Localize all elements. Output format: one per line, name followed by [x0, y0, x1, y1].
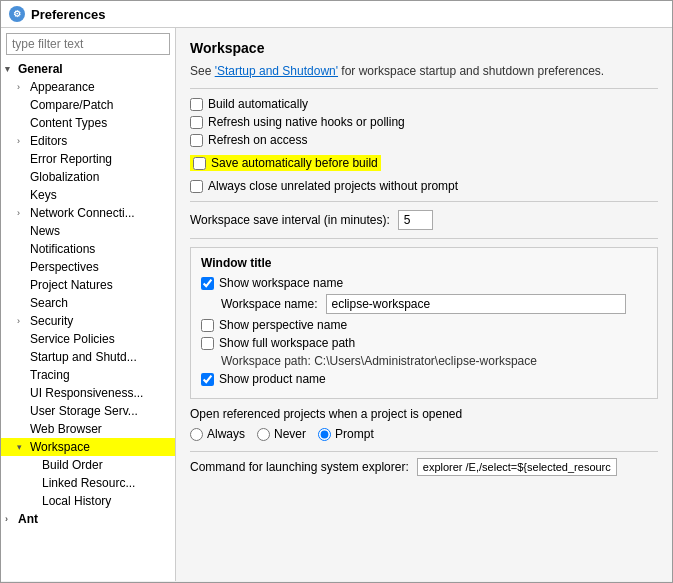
workspace-path-value: C:\Users\Administrator\eclipse-workspace	[314, 354, 537, 368]
command-input[interactable]	[417, 458, 617, 476]
show-workspace-name-row: Show workspace name	[201, 276, 647, 290]
radio-prompt[interactable]	[318, 428, 331, 441]
sidebar-item-label-tracing: Tracing	[30, 368, 70, 382]
sidebar-item-editors[interactable]: ›Editors	[1, 132, 175, 150]
content-area: Workspace See 'Startup and Shutdown' for…	[176, 28, 672, 581]
interval-input[interactable]	[398, 210, 433, 230]
workspace-name-row: Workspace name:	[201, 294, 647, 314]
sidebar-item-news[interactable]: News	[1, 222, 175, 240]
radio-always[interactable]	[190, 428, 203, 441]
sidebar-item-notifications[interactable]: Notifications	[1, 240, 175, 258]
sidebar-item-tracing[interactable]: Tracing	[1, 366, 175, 384]
checkbox-refresh-access[interactable]	[190, 134, 203, 147]
sidebar-item-search[interactable]: Search	[1, 294, 175, 312]
checkbox-row-build-auto: Build automatically	[190, 97, 658, 111]
sidebar-item-label-globalization: Globalization	[30, 170, 99, 184]
workspace-path-row: Workspace path: C:\Users\Administrator\e…	[201, 354, 647, 368]
show-product-name-label: Show product name	[219, 372, 326, 386]
sidebar-item-local-history[interactable]: Local History	[1, 492, 175, 510]
sidebar-item-service-policies[interactable]: Service Policies	[1, 330, 175, 348]
checkbox-build-auto[interactable]	[190, 98, 203, 111]
window-title-section: Window title Show workspace name Workspa…	[190, 247, 658, 399]
checkbox-label-close-unrelated: Always close unrelated projects without …	[208, 179, 458, 193]
sidebar-item-keys[interactable]: Keys	[1, 186, 175, 204]
show-product-name-row: Show product name	[201, 372, 647, 386]
sidebar-item-label-startup-shutdown: Startup and Shutd...	[30, 350, 137, 364]
arrow-icon-security: ›	[17, 316, 27, 326]
sidebar-item-label-keys: Keys	[30, 188, 57, 202]
arrow-icon-general: ▾	[5, 64, 15, 74]
sidebar-item-label-editors: Editors	[30, 134, 67, 148]
sidebar-item-label-project-natures: Project Natures	[30, 278, 113, 292]
workspace-name-input[interactable]	[326, 294, 626, 314]
sidebar-item-ant[interactable]: ›Ant	[1, 510, 175, 528]
sidebar-item-workspace[interactable]: ▾Workspace	[1, 438, 175, 456]
content-title: Workspace	[190, 40, 658, 56]
sidebar-item-user-storage[interactable]: User Storage Serv...	[1, 402, 175, 420]
sidebar: ▾General›AppearanceCompare/PatchContent …	[1, 28, 176, 581]
sidebar-item-globalization[interactable]: Globalization	[1, 168, 175, 186]
sidebar-item-appearance[interactable]: ›Appearance	[1, 78, 175, 96]
startup-shutdown-link[interactable]: 'Startup and Shutdown'	[215, 64, 338, 78]
sidebar-item-label-notifications: Notifications	[30, 242, 95, 256]
open-referenced-label: Open referenced projects when a project …	[190, 407, 658, 421]
show-workspace-name-checkbox[interactable]	[201, 277, 214, 290]
arrow-icon-ant: ›	[5, 514, 15, 524]
show-product-name-checkbox[interactable]	[201, 373, 214, 386]
sidebar-item-label-workspace: Workspace	[30, 440, 90, 454]
arrow-icon-appearance: ›	[17, 82, 27, 92]
checkbox-row-close-unrelated: Always close unrelated projects without …	[190, 179, 658, 193]
show-perspective-name-row: Show perspective name	[201, 318, 647, 332]
checkboxes-container: Build automaticallyRefresh using native …	[190, 97, 658, 193]
sidebar-item-label-general: General	[18, 62, 63, 76]
sidebar-item-startup-shutdown[interactable]: Startup and Shutd...	[1, 348, 175, 366]
sidebar-item-content-types[interactable]: Content Types	[1, 114, 175, 132]
checkbox-close-unrelated[interactable]	[190, 180, 203, 193]
description: See 'Startup and Shutdown' for workspace…	[190, 64, 658, 78]
sidebar-item-label-appearance: Appearance	[30, 80, 95, 94]
title-bar: ⚙ Preferences	[1, 1, 672, 28]
command-label: Command for launching system explorer:	[190, 460, 409, 474]
sidebar-item-label-build-order: Build Order	[42, 458, 103, 472]
sidebar-item-label-linked-resources: Linked Resourc...	[42, 476, 135, 490]
sidebar-item-error-reporting[interactable]: Error Reporting	[1, 150, 175, 168]
checkbox-label-build-auto: Build automatically	[208, 97, 308, 111]
filter-input[interactable]	[6, 33, 170, 55]
workspace-name-label: Workspace name:	[221, 297, 318, 311]
sidebar-item-compare-patch[interactable]: Compare/Patch	[1, 96, 175, 114]
sidebar-item-linked-resources[interactable]: Linked Resourc...	[1, 474, 175, 492]
show-full-path-checkbox[interactable]	[201, 337, 214, 350]
sidebar-item-project-natures[interactable]: Project Natures	[1, 276, 175, 294]
sidebar-item-label-service-policies: Service Policies	[30, 332, 115, 346]
checkbox-row-save-auto-build: Save automatically before build	[190, 155, 381, 171]
interval-row: Workspace save interval (in minutes):	[190, 210, 658, 230]
sidebar-item-web-browser[interactable]: Web Browser	[1, 420, 175, 438]
checkbox-save-auto-build[interactable]	[193, 157, 206, 170]
radio-never[interactable]	[257, 428, 270, 441]
sidebar-item-build-order[interactable]: Build Order	[1, 456, 175, 474]
sidebar-item-label-security: Security	[30, 314, 73, 328]
arrow-icon-network-connections: ›	[17, 208, 27, 218]
title-text: Preferences	[31, 7, 105, 22]
checkbox-row-refresh-native: Refresh using native hooks or polling	[190, 115, 658, 129]
sidebar-item-perspectives[interactable]: Perspectives	[1, 258, 175, 276]
sidebar-item-security[interactable]: ›Security	[1, 312, 175, 330]
sidebar-item-ui-responsiveness[interactable]: UI Responsiveness...	[1, 384, 175, 402]
arrow-icon-workspace: ▾	[17, 442, 27, 452]
sidebar-item-label-network-connections: Network Connecti...	[30, 206, 135, 220]
sidebar-item-label-perspectives: Perspectives	[30, 260, 99, 274]
preferences-icon: ⚙	[9, 6, 25, 22]
tree-container: ▾General›AppearanceCompare/PatchContent …	[1, 60, 175, 581]
show-workspace-name-label: Show workspace name	[219, 276, 343, 290]
divider3	[190, 238, 658, 239]
interval-label: Workspace save interval (in minutes):	[190, 213, 390, 227]
sidebar-item-general[interactable]: ▾General	[1, 60, 175, 78]
sidebar-item-network-connections[interactable]: ›Network Connecti...	[1, 204, 175, 222]
description-prefix: See	[190, 64, 215, 78]
command-row: Command for launching system explorer:	[190, 451, 658, 476]
description-suffix: for workspace startup and shutdown prefe…	[338, 64, 604, 78]
checkbox-refresh-native[interactable]	[190, 116, 203, 129]
show-perspective-name-checkbox[interactable]	[201, 319, 214, 332]
workspace-path-label: Workspace path:	[221, 354, 311, 368]
show-perspective-name-label: Show perspective name	[219, 318, 347, 332]
